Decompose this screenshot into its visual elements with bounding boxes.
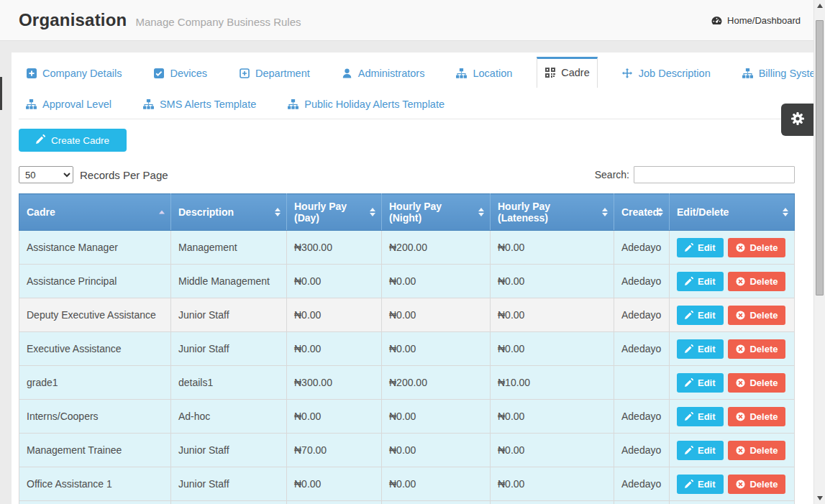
tab-approval-level[interactable]: Approval Level — [19, 88, 119, 119]
circle-x-icon — [736, 378, 745, 388]
cell-hourly-pay-lateness: ₦0.00 — [491, 467, 614, 501]
search-input[interactable] — [634, 166, 795, 183]
edit-label: Edit — [698, 242, 716, 253]
cell-hourly-pay-lateness: ₦0.00 — [491, 400, 614, 434]
tab-job-description[interactable]: Job Description — [615, 57, 718, 88]
tab-devices[interactable]: Devices — [146, 57, 214, 88]
records-per-page-label: Records Per Page — [80, 169, 168, 181]
delete-button[interactable]: Delete — [728, 475, 785, 494]
tab-label: SMS Alerts Template — [160, 98, 256, 110]
vertical-scrollbar[interactable] — [813, 0, 825, 504]
top-header: Organisation Manage Company Business Rul… — [0, 0, 825, 41]
column-header-created[interactable]: Created — [614, 194, 670, 231]
cell-edit-delete: Edit Delete — [670, 298, 795, 332]
create-cadre-button[interactable]: Create Cadre — [19, 129, 127, 152]
edit-label: Edit — [698, 479, 716, 490]
delete-label: Delete — [749, 377, 778, 388]
sitemap-icon — [143, 99, 154, 110]
scroll-down-button[interactable] — [814, 492, 825, 504]
edit-button[interactable]: Edit — [677, 339, 724, 359]
arrows-icon — [622, 68, 633, 79]
edit-button[interactable]: Edit — [677, 272, 724, 291]
tab-label: Administrators — [358, 68, 425, 79]
cell-edit-delete: Edit Delete — [670, 434, 795, 467]
edit-button[interactable]: Edit — [677, 238, 724, 257]
tab-label: Billing System — [759, 68, 813, 79]
tab-label: Devices — [170, 68, 207, 79]
cell-hourly-pay-night: ₦0.00 — [382, 467, 491, 501]
page-title: Organisation — [19, 10, 127, 30]
tab-bar: Company Details Devices Department Admin… — [19, 57, 795, 119]
table-header-row: Cadre Description Hourly Pay (Day) Hourl… — [19, 194, 795, 231]
edit-label: Edit — [698, 411, 716, 422]
cell-hourly-pay-day: ₦300.00 — [287, 366, 382, 400]
pencil-icon — [685, 378, 693, 387]
cell-created: Adedayo — [614, 231, 670, 265]
tab-location[interactable]: Location — [449, 57, 519, 88]
tab-company-details[interactable]: Company Details — [19, 57, 129, 88]
tab-cadre[interactable]: Cadre — [537, 57, 598, 88]
sort-both-icon — [275, 208, 281, 216]
scrollbar-thumb[interactable] — [816, 20, 824, 295]
delete-button[interactable]: Delete — [728, 306, 785, 325]
circle-x-icon — [736, 412, 745, 421]
cell-hourly-pay-day: ₦0.00 — [287, 265, 382, 298]
cell-hourly-pay-lateness: ₦0.00 — [491, 332, 614, 366]
cell-description: Ad-hoc — [171, 400, 287, 434]
cell-edit-delete: Edit Delete — [670, 400, 795, 434]
cell-cadre: Office Assistance 2 — [19, 501, 171, 504]
delete-button[interactable]: Delete — [728, 272, 785, 291]
edit-button[interactable]: Edit — [677, 475, 724, 494]
circle-x-icon — [736, 344, 745, 354]
table-row: Management Trainee Junior Staff ₦70.00 ₦… — [19, 434, 795, 467]
column-header-hourly-pay-night[interactable]: Hourly Pay (Night) — [382, 194, 491, 231]
tab-department[interactable]: Department — [232, 57, 317, 88]
scroll-up-button[interactable] — [814, 0, 825, 12]
cadre-table: Cadre Description Hourly Pay (Day) Hourl… — [19, 193, 795, 504]
column-header-hourly-pay-lateness[interactable]: Hourly Pay (Lateness) — [491, 194, 614, 231]
column-header-hourly-pay-day[interactable]: Hourly Pay (Day) — [287, 194, 382, 231]
settings-button[interactable] — [781, 104, 813, 136]
pencil-icon — [685, 412, 693, 421]
tab-public-holiday-alerts-template[interactable]: Public Holiday Alerts Template — [281, 88, 452, 119]
breadcrumb[interactable]: Home/Dashboard — [711, 15, 801, 26]
edit-button[interactable]: Edit — [677, 306, 724, 325]
tab-sms-alerts-template[interactable]: SMS Alerts Template — [136, 88, 263, 119]
column-header-description[interactable]: Description — [171, 194, 287, 231]
tab-administrators[interactable]: Administrators — [334, 57, 432, 88]
records-per-page-select[interactable]: 50 — [19, 166, 73, 183]
cell-hourly-pay-day: ₦0.00 — [287, 501, 382, 504]
tab-label: Department — [255, 68, 310, 79]
cell-edit-delete: Edit Delete — [670, 231, 795, 265]
delete-button[interactable]: Delete — [728, 238, 785, 257]
cell-hourly-pay-night: ₦0.00 — [382, 298, 491, 332]
tab-billing-system[interactable]: Billing System — [735, 57, 813, 88]
qrcode-icon — [544, 67, 555, 78]
column-header-cadre[interactable]: Cadre — [19, 194, 171, 231]
circle-x-icon — [736, 277, 745, 286]
cell-description: Junior Staff — [171, 434, 287, 467]
edit-button[interactable]: Edit — [677, 373, 724, 393]
delete-button[interactable]: Delete — [728, 441, 785, 460]
delete-label: Delete — [749, 310, 778, 321]
cell-created: Adedayo — [614, 434, 670, 467]
cell-hourly-pay-lateness: ₦0.00 — [491, 501, 614, 504]
cell-hourly-pay-lateness: ₦0.00 — [491, 231, 614, 265]
cell-description: Junior Staff — [171, 298, 287, 332]
cell-edit-delete: Edit Delete — [670, 332, 795, 366]
edit-button[interactable]: Edit — [677, 407, 724, 426]
cell-hourly-pay-lateness: ₦0.00 — [491, 298, 614, 332]
column-header-edit-delete[interactable]: Edit/Delete — [670, 194, 795, 231]
delete-button[interactable]: Delete — [728, 373, 785, 393]
circle-x-icon — [736, 480, 745, 489]
sitemap-icon — [456, 68, 467, 79]
cell-description: Junior Staff — [171, 332, 287, 366]
delete-button[interactable]: Delete — [728, 339, 785, 359]
cell-cadre: grade1 — [19, 366, 171, 400]
edit-button[interactable]: Edit — [677, 441, 724, 460]
delete-button[interactable]: Delete — [728, 407, 785, 426]
sitemap-icon — [26, 99, 37, 110]
collapsed-sidebar-edge — [0, 77, 2, 110]
pencil-icon — [685, 344, 693, 353]
tab-label: Public Holiday Alerts Template — [304, 98, 445, 110]
